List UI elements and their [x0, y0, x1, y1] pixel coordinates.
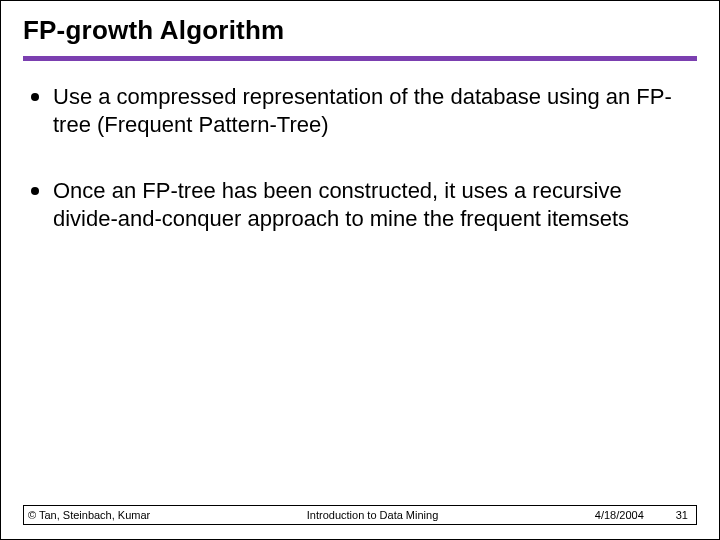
footer-course: Introduction to Data Mining	[150, 509, 595, 521]
bullet-item: Use a compressed representation of the d…	[31, 83, 689, 139]
footer-authors: © Tan, Steinbach, Kumar	[24, 509, 150, 521]
bullet-text: Use a compressed representation of the d…	[53, 83, 689, 139]
bullet-dot-icon	[31, 93, 39, 101]
title-rule	[23, 56, 697, 61]
slide-title: FP-growth Algorithm	[23, 15, 697, 46]
footer-date: 4/18/2004	[595, 509, 676, 521]
footer-bar: © Tan, Steinbach, Kumar Introduction to …	[23, 505, 697, 525]
content-area: Use a compressed representation of the d…	[23, 83, 697, 234]
bullet-item: Once an FP-tree has been constructed, it…	[31, 177, 689, 233]
footer-page: 31	[676, 509, 696, 521]
bullet-dot-icon	[31, 187, 39, 195]
bullet-text: Once an FP-tree has been constructed, it…	[53, 177, 689, 233]
slide: FP-growth Algorithm Use a compressed rep…	[0, 0, 720, 540]
